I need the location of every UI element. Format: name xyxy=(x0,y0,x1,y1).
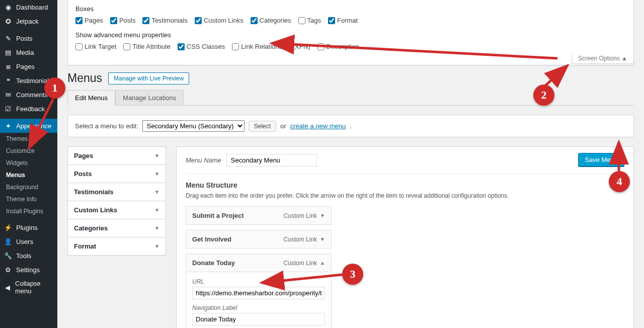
sidebar-item-label: Plugins xyxy=(16,224,38,231)
menu-structure-heading: Menu Structure xyxy=(186,181,624,189)
url-label: URL xyxy=(192,278,325,285)
accordion-posts[interactable]: Posts▼ xyxy=(67,165,166,183)
annotation-4: 4 xyxy=(609,171,630,192)
sidebar-subitem-widgets[interactable]: Widgets xyxy=(0,157,57,169)
tools-icon: 🔧 xyxy=(4,252,12,260)
page-title: Menus xyxy=(67,71,102,85)
dashboard-icon: ◉ xyxy=(4,3,12,11)
sidebar-item-tools[interactable]: 🔧Tools xyxy=(0,249,57,263)
checkbox-format[interactable]: Format xyxy=(328,17,358,24)
checkbox-testimonials[interactable]: Testimonials xyxy=(142,17,188,24)
menu-structure-hint: Drag each item into the order you prefer… xyxy=(186,192,624,199)
plugins-icon: ⚡ xyxy=(4,223,12,231)
sidebar-item-dashboard[interactable]: ◉Dashboard xyxy=(0,0,57,14)
or-text: or xyxy=(280,122,286,130)
save-menu-button[interactable]: Save Menu xyxy=(578,153,624,167)
checkbox-tags[interactable]: Tags xyxy=(298,17,321,24)
sidebar-item-jetpack[interactable]: ✪Jetpack xyxy=(0,14,57,28)
checkbox-css-classes[interactable]: CSS Classes xyxy=(178,43,225,50)
accordion-pages[interactable]: Pages▼ xyxy=(67,146,166,165)
menu-editor: Menu Name Save Menu Menu Structure Drag … xyxy=(176,146,634,328)
sidebar-subitem-install-plugins[interactable]: Install Plugins xyxy=(0,205,57,217)
caret-down-icon[interactable]: ▼ xyxy=(320,236,325,242)
menu-item-settings: URL Navigation Label CSS Classes (option… xyxy=(186,272,332,328)
live-preview-button[interactable]: Manage with Live Preview xyxy=(108,72,189,85)
settings-icon: ⚙ xyxy=(4,266,12,274)
caret-down-icon[interactable]: ▼ xyxy=(320,213,325,218)
sidebar-item-label: Posts xyxy=(16,35,33,42)
annotation-3: 3 xyxy=(342,264,363,285)
menu-select[interactable]: Secondary Menu (Secondary) xyxy=(142,120,245,132)
menu-name-label: Menu Name xyxy=(186,156,221,164)
accordion-format[interactable]: Format▼ xyxy=(67,237,166,256)
sidebar-item-label: Settings xyxy=(16,266,40,274)
accordion-testimonials[interactable]: Testimonials▼ xyxy=(67,183,166,201)
media-icon: ▤ xyxy=(4,48,12,56)
sidebar-subitem-customize[interactable]: Customize xyxy=(0,145,57,157)
sidebar-item-pages[interactable]: ≣Pages xyxy=(0,59,57,73)
sidebar-item-feedback[interactable]: ☑Feedback xyxy=(0,102,57,116)
boxes-group-label: Boxes xyxy=(75,5,626,13)
create-menu-link[interactable]: create a new menu xyxy=(290,122,346,130)
checkbox-posts[interactable]: Posts xyxy=(110,17,136,24)
sidebar-item-label: Collapse menu xyxy=(15,280,53,295)
select-prompt: Select a menu to edit: xyxy=(75,122,138,130)
checkbox-description[interactable]: Description xyxy=(317,43,359,50)
select-button[interactable]: Select xyxy=(249,121,276,132)
sidebar-item-posts[interactable]: ✎Posts xyxy=(0,31,57,45)
comments-icon: ✉ xyxy=(4,91,12,99)
sidebar-item-label: Dashboard xyxy=(16,4,48,11)
sidebar-item-label: Users xyxy=(16,238,33,245)
menu-name-input[interactable] xyxy=(226,154,317,167)
checkbox-pages[interactable]: Pages xyxy=(75,17,103,24)
sidebar-subitem-background[interactable]: Background xyxy=(0,181,57,193)
appearance-icon: ✦ xyxy=(4,122,12,130)
accordion-custom-links[interactable]: Custom Links▼ xyxy=(67,201,166,219)
checkbox-custom-links[interactable]: Custom Links xyxy=(195,17,244,24)
add-items-accordion: Pages▼Posts▼Testimonials▼Custom Links▼Ca… xyxy=(67,146,166,328)
annotation-2: 2 xyxy=(533,85,554,106)
sidebar-item-users[interactable]: 👤Users xyxy=(0,234,57,249)
screen-options-tab[interactable]: Screen Options ▲ xyxy=(572,53,634,64)
sidebar-subitem-theme-info[interactable]: Theme Info xyxy=(0,193,57,205)
checkbox-link-relationship-(xfn)[interactable]: Link Relationship (XFN) xyxy=(232,43,310,50)
tab-edit-menus[interactable]: Edit Menus xyxy=(67,90,115,106)
checkbox-categories[interactable]: Categories xyxy=(251,17,291,24)
sidebar-subitem-themes[interactable]: Themes xyxy=(0,133,57,145)
caret-down-icon: ▼ xyxy=(154,225,159,231)
pin-icon: ✎ xyxy=(4,34,12,42)
sidebar-item-media[interactable]: ▤Media xyxy=(0,45,57,59)
sidebar-item-label: Comments xyxy=(16,91,48,99)
admin-sidebar: ◉Dashboard✪Jetpack✎Posts▤Media≣Pages❝Tes… xyxy=(0,0,57,328)
sidebar-item-label: Feedback xyxy=(16,105,45,113)
caret-down-icon: ▼ xyxy=(154,189,159,195)
sidebar-item-label: Pages xyxy=(16,63,35,70)
annotation-1: 1 xyxy=(44,77,65,99)
sidebar-subitem-menus[interactable]: Menus xyxy=(0,169,57,181)
advanced-group-label: Show advanced menu properties xyxy=(75,31,626,39)
menu-item-get-involved[interactable]: Get InvolvedCustom Link ▼ xyxy=(186,230,332,249)
accordion-categories[interactable]: Categories▼ xyxy=(67,219,166,237)
menu-item-donate-today[interactable]: Donate TodayCustom Link ▲ xyxy=(186,254,332,272)
sidebar-item-label: Appearance xyxy=(16,122,51,130)
nav-label-label: Navigation Label xyxy=(192,304,325,311)
caret-down-icon: ▼ xyxy=(154,171,159,177)
menu-item-submit-a-project[interactable]: Submit a ProjectCustom Link ▼ xyxy=(186,206,332,225)
nav-label-input[interactable] xyxy=(192,313,325,325)
jetpack-icon: ✪ xyxy=(4,17,12,25)
sidebar-item-label: Jetpack xyxy=(16,18,39,25)
sidebar-item-settings[interactable]: ⚙Settings xyxy=(0,263,57,277)
sidebar-item-label: Media xyxy=(16,49,34,56)
sidebar-item-label: Tools xyxy=(16,252,31,260)
checkbox-title-attribute[interactable]: Title Attribute xyxy=(123,43,170,50)
url-input[interactable] xyxy=(192,287,325,299)
sidebar-item-plugins[interactable]: ⚡Plugins xyxy=(0,220,57,234)
tab-manage-locations[interactable]: Manage Locations xyxy=(115,90,184,106)
testimonials-icon: ❝ xyxy=(4,76,12,85)
screen-options-panel: Boxes PagesPostsTestimonialsCustom Links… xyxy=(67,0,634,65)
sidebar-item-appearance[interactable]: ✦Appearance xyxy=(0,119,57,133)
sidebar-item-collapse-menu[interactable]: ◀Collapse menu xyxy=(0,277,57,298)
feedback-icon: ☑ xyxy=(4,105,12,113)
checkbox-link-target[interactable]: Link Target xyxy=(75,43,116,50)
caret-up-icon[interactable]: ▲ xyxy=(320,260,325,266)
